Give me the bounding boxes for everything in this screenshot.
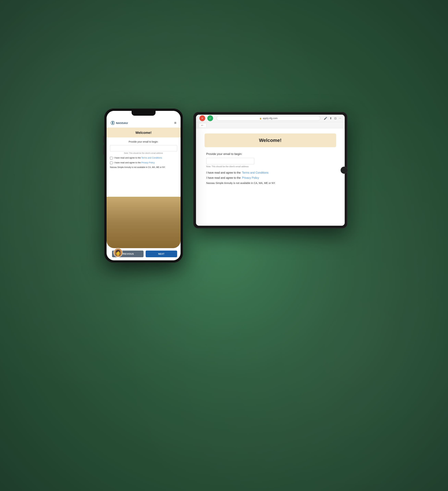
tablet-address-bar[interactable]: 🔒 apply.nfg.com	[216, 116, 320, 121]
tablet-call-buttons: ✕ ✓	[199, 115, 213, 121]
accept-call-icon: ✓	[209, 117, 211, 120]
share-icon[interactable]: ⬆	[330, 117, 332, 120]
phone-device: 9:41 ●●● wifi 🔋 NASSAU	[104, 108, 183, 263]
nassau-logo: NASSAU	[111, 121, 128, 125]
tablet-browser-toolbar: ↩ ·	[196, 122, 345, 128]
phone-background-image	[107, 197, 181, 248]
phone-screen: 9:41 ●●● wifi 🔋 NASSAU	[107, 111, 181, 260]
phone-form-label: Provide your email to begin:	[110, 140, 177, 144]
lock-icon: 🔒	[259, 117, 262, 119]
scene: ✕ ✓ 🔒 apply.nfg.com 🎤 ⬆ ⊡ ···	[87, 91, 361, 400]
phone-email-input[interactable]	[110, 145, 177, 151]
decline-call-button[interactable]: ✕	[199, 115, 205, 121]
phone-privacy-row: I have read and agree to the Privacy Pol…	[110, 161, 177, 164]
tablet-privacy-text: I have read and agree to the	[206, 176, 241, 179]
svg-rect-1	[112, 122, 113, 123]
phone-terms-text: I have read and agree to the Terms and C…	[114, 156, 162, 160]
more-icon[interactable]: ···	[339, 117, 341, 120]
phone-terms-checkbox[interactable]	[110, 157, 112, 159]
phone-terms-prefix: I have read and agree to the	[114, 157, 141, 159]
tablet-terms-row: I have read and agree to the Terms and C…	[206, 171, 334, 174]
tablet-email-input[interactable]	[206, 158, 254, 164]
tablet-input-note: Note: This should be the client's email …	[206, 165, 334, 168]
tablet-home-button[interactable]	[341, 167, 348, 174]
microphone-icon[interactable]: 🎤	[324, 117, 327, 120]
phone-input-note: Note: This should be the client's email …	[110, 152, 177, 154]
tablet-terms-link[interactable]: Terms and Conditions	[242, 171, 269, 174]
phone-time: 9:41	[111, 115, 115, 117]
tabs-icon[interactable]: ⊡	[334, 117, 336, 120]
phone-notch	[131, 111, 156, 116]
tablet-form-label: Provide your email to begin:	[206, 152, 334, 156]
tablet-screen: ✕ ✓ 🔒 apply.nfg.com 🎤 ⬆ ⊡ ···	[196, 115, 345, 226]
tablet-statusbar: ✕ ✓ 🔒 apply.nfg.com 🎤 ⬆ ⊡ ···	[196, 115, 345, 122]
nassau-logo-icon	[111, 121, 115, 125]
tablet-availability-notice: Nassau Simple Annuity is not available i…	[206, 181, 334, 184]
tablet-nav-icons: 🎤 ⬆ ⊡ ···	[324, 117, 341, 120]
svg-rect-2	[112, 123, 113, 124]
tablet-privacy-row: I have read and agree to the Privacy Pol…	[206, 176, 334, 179]
tablet-welcome-title: Welcome!	[209, 138, 332, 143]
tablet-url: apply.nfg.com	[263, 117, 278, 120]
wifi-icon: wifi	[168, 114, 172, 117]
tab-label: ↩ ·	[201, 124, 204, 126]
tablet-welcome-banner: Welcome!	[205, 133, 336, 147]
phone-side-buttons	[103, 136, 104, 155]
phone-status-icons: ●●● wifi 🔋	[163, 114, 176, 117]
decline-call-icon: ✕	[201, 117, 203, 120]
signal-icon: ●●●	[163, 114, 168, 117]
phone-privacy-link[interactable]: Privacy Policy	[141, 161, 155, 164]
tablet-device: ✕ ✓ 🔒 apply.nfg.com 🎤 ⬆ ⊡ ···	[193, 112, 347, 228]
volume-down-button[interactable]	[103, 145, 104, 155]
nassau-brand-name: NASSAU	[116, 122, 128, 124]
phone-welcome-title: Welcome!	[110, 131, 177, 135]
volume-up-button[interactable]	[103, 136, 104, 143]
phone-form-container: Welcome! Provide your email to begin: No…	[107, 128, 181, 248]
avatar-figure: 👩	[115, 250, 121, 255]
phone-avatar: 👩	[113, 248, 123, 257]
tablet-terms-text: I have read and agree to the	[206, 171, 241, 174]
phone-availability-notice: Nassau Simple Annuity is not available i…	[110, 166, 177, 169]
phone-privacy-text: I have read and agree to the Privacy Pol…	[114, 161, 155, 164]
svg-rect-3	[112, 122, 113, 122]
phone-welcome-banner: Welcome!	[107, 128, 181, 137]
hamburger-menu-icon[interactable]: ≡	[174, 121, 177, 125]
accept-call-button[interactable]: ✓	[207, 115, 213, 121]
tablet-app-content: Welcome! Provide your email to begin: No…	[196, 128, 345, 226]
battery-icon: 🔋	[173, 114, 177, 117]
tablet-form-section: Provide your email to begin: Note: This …	[205, 152, 336, 184]
phone-privacy-prefix: I have read and agree to the	[114, 161, 141, 164]
next-button[interactable]: NEXT	[146, 251, 177, 257]
tablet-privacy-link[interactable]: Privacy Policy	[242, 176, 259, 179]
phone-navbar: NASSAU ≡	[107, 118, 181, 128]
phone-bottom-buttons: 👩 PREVIOUS NEXT	[107, 248, 181, 260]
phone-terms-row: I have read and agree to the Terms and C…	[110, 156, 177, 160]
browser-tab[interactable]: ↩ ·	[199, 123, 206, 127]
phone-terms-link[interactable]: Terms and Conditions	[141, 157, 162, 159]
phone-privacy-checkbox[interactable]	[110, 162, 112, 164]
